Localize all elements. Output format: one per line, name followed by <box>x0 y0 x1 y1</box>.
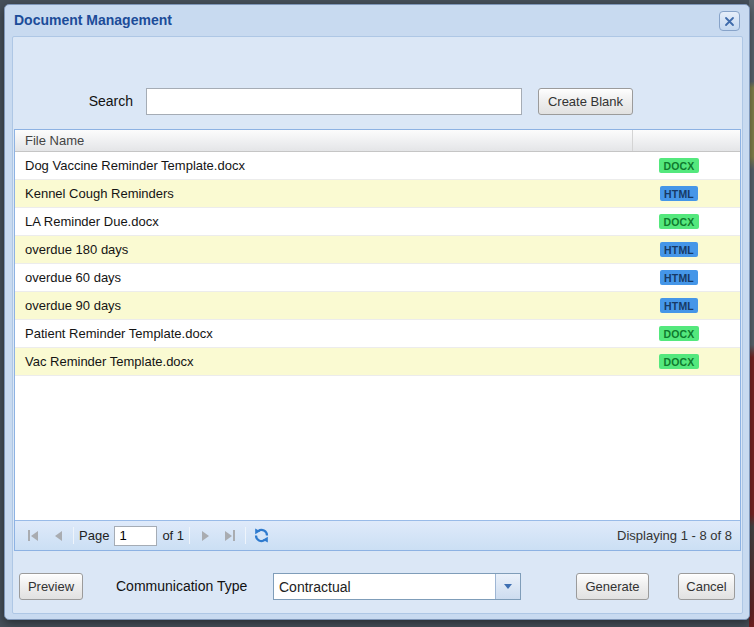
file-name-cell: Kennel Cough Reminders <box>15 186 633 201</box>
file-type-badge: DOCX <box>659 354 698 369</box>
page-number-input[interactable] <box>114 526 157 546</box>
communication-type-value[interactable] <box>274 574 495 599</box>
table-row[interactable]: overdue 180 daysHTML <box>15 236 740 264</box>
file-type-cell: HTML <box>633 270 725 285</box>
first-page-button[interactable] <box>23 526 43 546</box>
column-header-file-name[interactable]: File Name <box>15 130 633 151</box>
last-page-icon <box>225 530 235 541</box>
file-type-badge: DOCX <box>659 158 698 173</box>
search-label: Search <box>53 88 133 115</box>
file-type-badge: DOCX <box>659 326 698 341</box>
column-header-type[interactable] <box>633 130 740 151</box>
document-management-dialog: Document Management Search Create Blank … <box>4 4 750 620</box>
last-page-button[interactable] <box>220 526 240 546</box>
file-type-badge: HTML <box>660 298 698 313</box>
table-row[interactable]: Patient Reminder Template.docxDOCX <box>15 320 740 348</box>
table-row[interactable]: Dog Vaccine Reminder Template.docxDOCX <box>15 152 740 180</box>
displaying-status: Displaying 1 - 8 of 8 <box>617 528 732 543</box>
dialog-body-panel: Search Create Blank File Name Dog Vaccin… <box>12 36 743 614</box>
prev-page-icon <box>55 531 62 541</box>
refresh-button[interactable] <box>251 526 271 546</box>
table-row[interactable]: overdue 60 daysHTML <box>15 264 740 292</box>
grid-header: File Name <box>15 130 740 152</box>
file-type-cell: HTML <box>633 186 725 201</box>
generate-button[interactable]: Generate <box>576 573 649 600</box>
file-type-cell: DOCX <box>633 354 725 369</box>
file-name-cell: overdue 60 days <box>15 270 633 285</box>
prev-page-button[interactable] <box>48 526 68 546</box>
page-of-label: of 1 <box>162 528 184 543</box>
toolbar-separator <box>189 527 190 544</box>
file-name-cell: Dog Vaccine Reminder Template.docx <box>15 158 633 173</box>
dialog-title: Document Management <box>14 12 172 28</box>
file-name-cell: Vac Reminder Template.docx <box>15 354 633 369</box>
documents-grid: File Name Dog Vaccine Reminder Template.… <box>14 129 741 551</box>
table-row[interactable]: Vac Reminder Template.docxDOCX <box>15 348 740 376</box>
file-type-cell: HTML <box>633 242 725 257</box>
dropdown-button[interactable] <box>495 574 520 599</box>
file-type-cell: DOCX <box>633 158 725 173</box>
file-type-badge: HTML <box>660 186 698 201</box>
file-name-cell: overdue 90 days <box>15 298 633 313</box>
screen-background: Document Management Search Create Blank … <box>0 0 754 627</box>
toolbar-separator <box>73 527 74 544</box>
page-label: Page <box>79 528 109 543</box>
file-name-cell: overdue 180 days <box>15 242 633 257</box>
file-type-cell: DOCX <box>633 326 725 341</box>
grid-body: Dog Vaccine Reminder Template.docxDOCXKe… <box>15 152 740 520</box>
file-type-badge: HTML <box>660 242 698 257</box>
communication-type-combobox[interactable] <box>273 573 521 600</box>
table-row[interactable]: LA Reminder Due.docxDOCX <box>15 208 740 236</box>
file-type-cell: HTML <box>633 298 725 313</box>
preview-button[interactable]: Preview <box>19 573 83 600</box>
paging-toolbar: Page of 1 <box>15 520 740 550</box>
close-button[interactable] <box>719 11 740 31</box>
next-page-button[interactable] <box>195 526 215 546</box>
table-row[interactable]: overdue 90 daysHTML <box>15 292 740 320</box>
dialog-titlebar[interactable]: Document Management <box>5 5 749 34</box>
close-icon <box>724 16 735 27</box>
search-input[interactable] <box>146 88 522 115</box>
communication-type-label: Communication Type <box>116 573 247 600</box>
cancel-button[interactable]: Cancel <box>678 573 735 600</box>
chevron-down-icon <box>504 584 512 589</box>
file-name-cell: Patient Reminder Template.docx <box>15 326 633 341</box>
file-type-badge: HTML <box>660 270 698 285</box>
file-type-badge: DOCX <box>659 214 698 229</box>
table-row[interactable]: Kennel Cough RemindersHTML <box>15 180 740 208</box>
file-name-cell: LA Reminder Due.docx <box>15 214 633 229</box>
create-blank-button[interactable]: Create Blank <box>538 88 633 115</box>
next-page-icon <box>202 531 209 541</box>
toolbar-separator <box>245 527 246 544</box>
refresh-icon <box>253 527 270 544</box>
first-page-icon <box>28 530 38 541</box>
file-type-cell: DOCX <box>633 214 725 229</box>
